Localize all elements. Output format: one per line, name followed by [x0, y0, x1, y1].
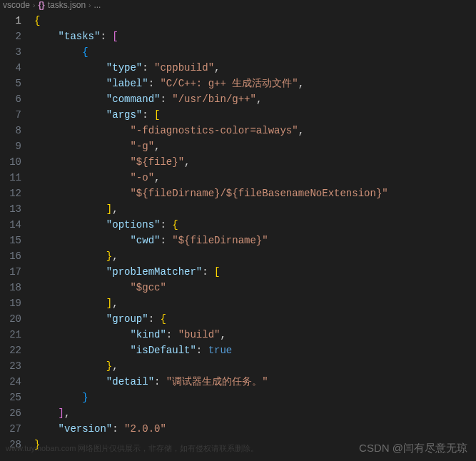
token-punct: ,: [112, 250, 118, 262]
token-punct: ,: [298, 78, 304, 89]
code-line[interactable]: "isDefault": true: [34, 343, 476, 358]
code-line[interactable]: "$gcc": [34, 280, 476, 295]
line-number: 19: [0, 295, 21, 311]
code-line[interactable]: "detail": "调试器生成的任务。": [34, 374, 476, 390]
token-string: "${fileDirname}": [172, 235, 268, 246]
code-line[interactable]: "-g",: [34, 138, 476, 154]
breadcrumb-folder[interactable]: vscode: [3, 0, 30, 10]
token-bracket: [: [112, 31, 118, 42]
token-punct: ,: [112, 203, 118, 215]
code-line[interactable]: "-o",: [34, 170, 476, 186]
code-line[interactable]: "tasks": [: [34, 29, 476, 44]
code-line[interactable]: "type": "cppbuild",: [34, 60, 476, 76]
code-line[interactable]: "command": "/usr/bin/g++",: [34, 91, 476, 107]
code-line[interactable]: "kind": "build",: [34, 327, 476, 343]
faded-watermark: www.tuymoban.com 网络图片仅供展示，非存储，如有侵权请联系删除。: [6, 443, 258, 454]
token-string: "/usr/bin/g++": [172, 93, 256, 105]
code-line[interactable]: ],: [34, 201, 476, 217]
line-number: 23: [0, 358, 21, 374]
token-brace: {: [34, 15, 40, 26]
token-punct: ,: [298, 125, 304, 136]
token-key: "label": [106, 78, 148, 89]
line-number: 16: [0, 248, 21, 264]
token-punct: :: [142, 62, 154, 74]
code-line[interactable]: ],: [34, 295, 476, 311]
line-number: 10: [0, 154, 21, 170]
breadcrumb-trail[interactable]: ...: [93, 0, 101, 10]
token-key: "detail": [106, 376, 154, 387]
token-key: "cwd": [130, 235, 160, 246]
code-line[interactable]: {: [34, 13, 476, 29]
line-number-gutter: 1234567891011121314151617181920212223242…: [0, 10, 29, 461]
line-number: 12: [0, 186, 21, 201]
code-content[interactable]: { "tasks": [ { "type": "cppbuild", "labe…: [29, 10, 476, 461]
breadcrumb-file[interactable]: tasks.json: [48, 0, 86, 10]
token-brace: ]: [106, 298, 112, 309]
line-number: 5: [0, 76, 21, 91]
token-key: "isDefault": [130, 345, 196, 356]
token-punct: :: [160, 235, 172, 246]
token-string: "build": [178, 329, 221, 340]
token-punct: ,: [154, 172, 160, 183]
code-line[interactable]: }: [34, 390, 476, 405]
watermark-text: CSDN @闫有尽意无琼: [359, 442, 467, 455]
code-line[interactable]: "-fdiagnostics-color=always",: [34, 123, 476, 138]
line-number: 7: [0, 107, 21, 123]
token-key: "options": [106, 219, 161, 230]
token-string: "$gcc": [130, 282, 166, 293]
token-punct: ,: [184, 156, 190, 168]
json-file-icon: {}: [38, 0, 44, 10]
line-number: 3: [0, 44, 21, 60]
code-line[interactable]: "cwd": "${fileDirname}": [34, 233, 476, 248]
code-line[interactable]: "args": [: [34, 107, 476, 123]
line-number: 14: [0, 217, 21, 233]
line-number: 27: [0, 421, 21, 437]
token-string: "-o": [130, 172, 154, 183]
token-string: "调试器生成的任务。": [166, 376, 268, 387]
token-key: "kind": [130, 329, 166, 340]
chevron-right-icon: ›: [88, 1, 91, 9]
line-number: 22: [0, 343, 21, 358]
line-number: 8: [0, 123, 21, 138]
line-number: 11: [0, 170, 21, 186]
code-line[interactable]: ],: [34, 405, 476, 421]
line-number: 13: [0, 201, 21, 217]
token-bracket: ]: [59, 407, 64, 419]
line-number: 9: [0, 138, 21, 154]
token-punct: :: [154, 376, 166, 387]
line-number: 17: [0, 264, 21, 280]
token-keyword: true: [208, 345, 233, 356]
code-editor[interactable]: 1234567891011121314151617181920212223242…: [0, 10, 476, 461]
token-bracket2: }: [82, 392, 88, 403]
line-number: 26: [0, 405, 21, 421]
code-line[interactable]: "label": "C/C++: g++ 生成活动文件",: [34, 76, 476, 91]
token-punct: ,: [112, 360, 118, 372]
token-punct: :: [148, 78, 161, 89]
token-key: "args": [106, 109, 142, 121]
code-line[interactable]: "group": {: [34, 311, 476, 327]
code-line[interactable]: },: [34, 248, 476, 264]
token-string: "-g": [130, 141, 154, 152]
code-line[interactable]: },: [34, 358, 476, 374]
code-line[interactable]: "${fileDirname}/${fileBasenameNoExtensio…: [34, 186, 476, 201]
token-key: "command": [106, 93, 161, 105]
code-line[interactable]: {: [34, 44, 476, 60]
line-number: 1: [0, 13, 21, 29]
token-punct: :: [166, 329, 178, 340]
token-key: "group": [106, 313, 148, 325]
code-line[interactable]: "version": "2.0.0": [34, 421, 476, 437]
token-punct: :: [100, 31, 112, 42]
code-line[interactable]: "options": {: [34, 217, 476, 233]
token-punct: :: [196, 345, 208, 356]
token-punct: ,: [214, 62, 220, 74]
line-number: 6: [0, 91, 21, 107]
code-line[interactable]: "${file}",: [34, 154, 476, 170]
chevron-right-icon: ›: [33, 1, 35, 9]
token-punct: ,: [256, 93, 262, 105]
token-brace: [: [154, 109, 160, 121]
token-string: "${file}": [130, 156, 184, 168]
line-number: 2: [0, 29, 21, 44]
line-number: 4: [0, 60, 21, 76]
breadcrumb[interactable]: vscode › {} tasks.json › ...: [0, 0, 476, 10]
code-line[interactable]: "problemMatcher": [: [34, 264, 476, 280]
